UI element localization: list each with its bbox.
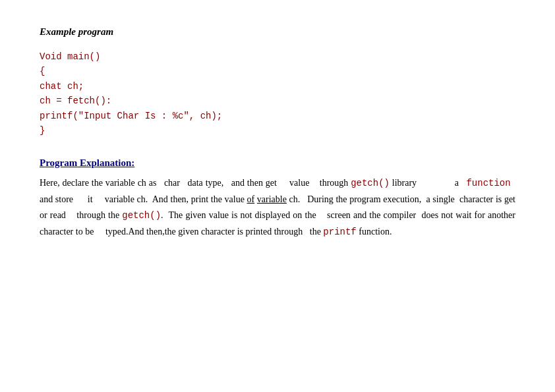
section-title: Example program	[40, 26, 515, 38]
program-explanation-title: Program Explanation:	[40, 157, 515, 169]
code-text: printf("Input Char Is : %c", ch);	[40, 111, 222, 121]
code-text: ch = fetch():	[40, 96, 111, 106]
code-text: Void main()	[40, 51, 100, 62]
code-line-2: {	[40, 64, 515, 78]
code-block: Void main() { chat ch; ch = fetch(): pri…	[40, 49, 515, 138]
code-text: {	[40, 66, 45, 76]
code-line-5: printf("Input Char Is : %c", ch);	[40, 109, 515, 123]
program-explanation-section: Program Explanation: Here, declare the v…	[40, 157, 515, 240]
explanation-text: Here, declare the variable ch as char da…	[40, 175, 515, 240]
code-text: }	[40, 125, 45, 136]
code-line-1: Void main()	[40, 49, 515, 64]
code-line-3: chat ch;	[40, 79, 515, 94]
page-container: Example program Void main() { chat ch; c…	[40, 26, 515, 240]
code-text: chat ch;	[40, 81, 84, 92]
code-line-6: }	[40, 123, 515, 138]
code-line-4: ch = fetch():	[40, 94, 515, 108]
